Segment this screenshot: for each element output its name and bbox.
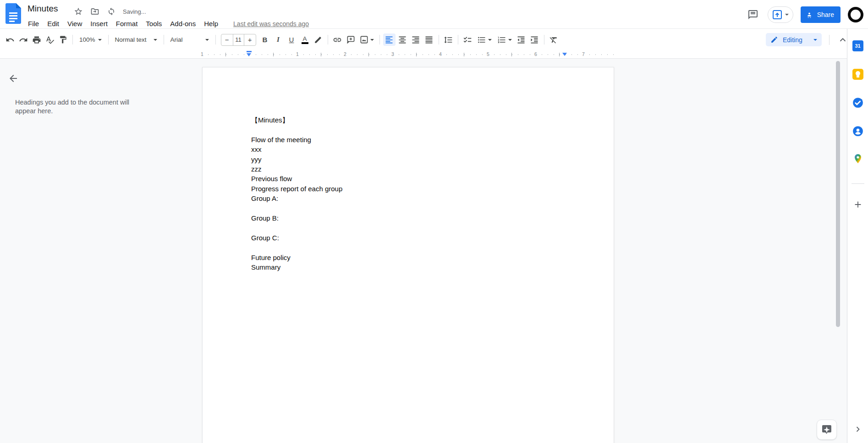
docs-logo-icon[interactable] — [5, 3, 21, 24]
doc-line[interactable]: Future policy — [251, 253, 568, 262]
zoom-select[interactable]: 100% — [76, 33, 105, 46]
ruler-number: 4 — [437, 51, 444, 57]
left-indent-marker[interactable] — [247, 51, 252, 56]
toolbar-divider — [108, 35, 109, 44]
doc-line[interactable]: xxx — [251, 144, 568, 154]
vertical-scrollbar[interactable] — [836, 61, 840, 327]
bold-button[interactable]: B — [259, 33, 271, 46]
doc-line[interactable]: Flow of the meeting — [251, 135, 568, 144]
doc-line[interactable]: Progress report of each group — [251, 184, 568, 194]
paragraph-style-select[interactable]: Normal text — [112, 33, 160, 46]
doc-line[interactable]: Summary — [251, 262, 568, 272]
menu-insert[interactable]: Insert — [86, 19, 112, 28]
last-edit-link[interactable]: Last edit was seconds ago — [233, 20, 309, 28]
numbered-list-button[interactable] — [495, 33, 514, 46]
doc-line[interactable]: Group B: — [251, 213, 568, 223]
decrease-indent-button[interactable] — [515, 33, 527, 46]
ruler-number: 5 — [485, 51, 491, 57]
collapse-toolbar-button[interactable] — [838, 35, 848, 45]
title-actions: Saving... — [72, 6, 146, 17]
share-person-icon — [805, 11, 813, 19]
checklist-button[interactable] — [461, 33, 474, 46]
ruler-number: 3 — [390, 51, 396, 57]
share-button[interactable]: Share — [801, 6, 841, 23]
add-comment-button[interactable] — [345, 33, 357, 46]
document-text: 【Minutes】 Flow of the meeting xxx yyy zz… — [251, 115, 568, 272]
first-line-indent-marker[interactable] — [247, 51, 252, 52]
menu-format[interactable]: Format — [112, 19, 142, 28]
star-icon[interactable] — [72, 6, 84, 17]
print-button[interactable] — [30, 33, 43, 46]
align-left-button[interactable] — [383, 33, 396, 46]
toolbar-divider — [379, 35, 380, 44]
menu-help[interactable]: Help — [200, 19, 222, 28]
doc-line[interactable]: Group A: — [251, 194, 568, 203]
document-page[interactable]: 【Minutes】 Flow of the meeting xxx yyy zz… — [202, 67, 614, 443]
font-size-input[interactable]: 11 — [233, 34, 244, 46]
doc-line[interactable] — [251, 125, 568, 134]
google-contacts-icon[interactable] — [851, 124, 865, 138]
paint-format-button[interactable] — [57, 33, 69, 46]
doc-line[interactable] — [251, 204, 568, 213]
editing-mode-select[interactable]: Editing — [766, 33, 822, 46]
menu-bar: File Edit View Insert Format Tools Add-o… — [24, 18, 309, 29]
saving-status: Saving... — [123, 8, 146, 15]
underline-button[interactable]: U — [286, 33, 298, 46]
doc-line[interactable]: zzz — [251, 164, 568, 174]
close-outline-button[interactable] — [7, 72, 19, 84]
italic-button[interactable]: I — [272, 33, 285, 46]
doc-line[interactable] — [251, 243, 568, 252]
doc-line[interactable]: Group C: — [251, 233, 568, 243]
account-avatar[interactable] — [848, 7, 863, 22]
present-up-arrow-icon — [772, 9, 783, 20]
toolbar-divider — [215, 35, 216, 44]
increase-font-size-button[interactable]: + — [244, 34, 256, 46]
insert-image-caret-icon — [370, 39, 374, 41]
doc-line[interactable]: Previous flow — [251, 174, 568, 183]
redo-button[interactable] — [17, 33, 29, 46]
ruler-number: 7 — [580, 51, 587, 57]
get-addons-button[interactable] — [851, 198, 865, 211]
bulleted-list-button[interactable] — [475, 33, 494, 46]
menu-addons[interactable]: Add-ons — [166, 19, 200, 28]
google-maps-icon[interactable] — [851, 152, 865, 166]
google-calendar-icon[interactable]: 31 — [851, 39, 865, 53]
document-title[interactable]: Minutes — [27, 4, 58, 14]
toolbar: 100% Normal text Arial − 11 + B I U — [0, 29, 868, 50]
insert-image-button[interactable] — [358, 33, 376, 46]
justify-button[interactable] — [423, 33, 435, 46]
doc-line[interactable] — [251, 223, 568, 233]
spellcheck-button[interactable] — [44, 33, 56, 46]
doc-line[interactable]: 【Minutes】 — [251, 115, 568, 125]
insert-link-button[interactable] — [331, 33, 344, 46]
menu-file[interactable]: File — [24, 19, 43, 28]
bulleted-list-caret-icon — [488, 39, 492, 41]
clear-formatting-button[interactable] — [548, 33, 560, 46]
italic-label: I — [277, 36, 280, 44]
ruler-number: 6 — [533, 51, 539, 57]
hide-side-panel-button[interactable] — [851, 422, 865, 436]
highlight-color-button[interactable] — [312, 33, 324, 46]
decrease-font-size-button[interactable]: − — [221, 34, 233, 46]
present-to-meeting-button[interactable] — [768, 6, 793, 23]
explore-button[interactable] — [817, 420, 837, 440]
google-tasks-icon[interactable] — [851, 96, 865, 110]
ruler-number: 1 — [294, 51, 301, 57]
menu-tools[interactable]: Tools — [142, 19, 166, 28]
align-right-button[interactable] — [410, 33, 422, 46]
increase-indent-button[interactable] — [528, 33, 541, 46]
align-center-button[interactable] — [396, 33, 409, 46]
font-family-select[interactable]: Arial — [167, 33, 212, 46]
open-comment-history-icon[interactable] — [746, 7, 760, 22]
menu-edit[interactable]: Edit — [43, 19, 63, 28]
line-spacing-button[interactable] — [442, 33, 455, 46]
move-to-folder-icon[interactable] — [89, 6, 101, 17]
google-keep-icon[interactable] — [851, 67, 865, 81]
menu-view[interactable]: View — [63, 19, 86, 28]
right-indent-marker[interactable] — [562, 53, 567, 56]
undo-button[interactable] — [4, 33, 16, 46]
paragraph-style-caret-icon — [154, 39, 157, 41]
horizontal-ruler[interactable]: 1 1 2 3 4 5 6 7 — [0, 50, 847, 59]
doc-line[interactable]: yyy — [251, 155, 568, 164]
text-color-button[interactable]: A — [299, 33, 311, 46]
